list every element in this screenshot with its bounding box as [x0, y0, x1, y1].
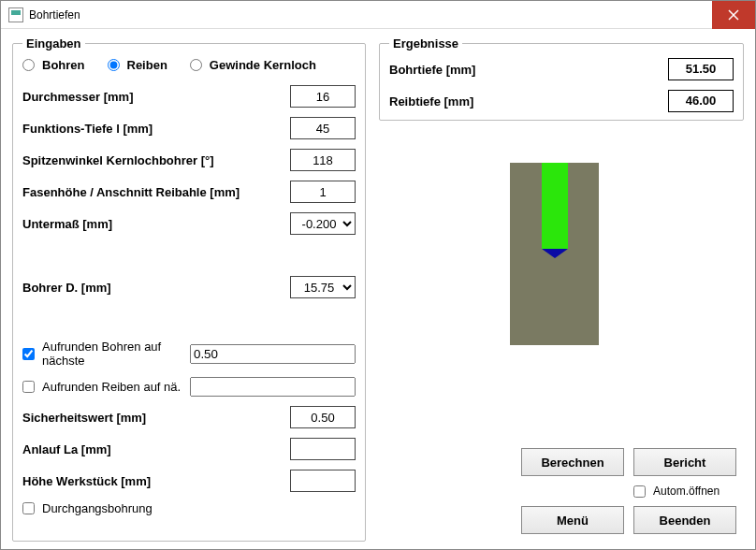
aufrunden-reiben-label[interactable]: Aufrunden Reiben auf nä. — [22, 380, 190, 394]
durchgang-checkbox[interactable] — [22, 502, 35, 514]
funktionstiefe-label: Funktions-Tiefe l [mm] — [22, 122, 290, 136]
reibtiefe-value: 46.00 — [668, 90, 734, 112]
fasenhoehe-label: Fasenhöhe / Anschnitt Reibahle [mm] — [22, 185, 290, 199]
untermass-select[interactable]: -0.200 — [290, 212, 356, 235]
anlauf-input[interactable] — [290, 438, 356, 460]
spitzenwinkel-label: Spitzenwinkel Kernlochbohrer [°] — [22, 153, 290, 167]
radio-gewinde[interactable] — [190, 59, 202, 71]
bohrtiefe-value: 51.50 — [668, 58, 734, 80]
menue-button[interactable]: Menü — [521, 506, 624, 534]
bohrtiefe-label: Bohrtiefe [mm] — [389, 63, 659, 77]
bohrer-d-label: Bohrer D. [mm] — [22, 281, 290, 295]
autom-oeffnen-checkbox[interactable] — [633, 485, 646, 498]
anlauf-label: Anlauf La [mm] — [22, 442, 290, 456]
beenden-button[interactable]: Beenden — [633, 506, 736, 534]
autom-oeffnen-label[interactable]: Autom.öffnen — [633, 482, 736, 500]
titlebar: Bohrtiefen — [1, 1, 755, 29]
durchmesser-label: Durchmesser [mm] — [22, 90, 290, 104]
radio-gewinde-text: Gewinde Kernloch — [210, 58, 316, 72]
left-column: Eingaben Bohren Reiben Gewinde Kernloch — [12, 36, 366, 542]
bericht-button[interactable]: Bericht — [633, 448, 736, 476]
bore-diagram — [510, 163, 599, 345]
close-button[interactable] — [712, 1, 755, 29]
aufrunden-bohren-checkbox[interactable] — [22, 348, 35, 360]
aufrunden-reiben-input[interactable] — [190, 377, 356, 397]
durchgang-label[interactable]: Durchgangsbohrung — [22, 501, 356, 515]
close-icon — [728, 9, 739, 21]
berechnen-button[interactable]: Berechnen — [521, 448, 624, 476]
reibtiefe-label: Reibtiefe [mm] — [389, 94, 659, 109]
funktionstiefe-input[interactable] — [290, 117, 356, 139]
bohrer-d-select[interactable]: 15.75 — [290, 276, 356, 298]
mode-radios: Bohren Reiben Gewinde Kernloch — [22, 58, 356, 72]
hoehe-input[interactable] — [290, 470, 356, 492]
app-window: Bohrtiefen Eingaben Bohren Reibe — [0, 0, 756, 550]
sicherheitswert-label: Sicherheitswert [mm] — [22, 411, 290, 425]
eingaben-legend: Eingaben — [22, 36, 85, 51]
aufrunden-bohren-label[interactable]: Aufrunden Bohren auf nächste — [22, 340, 190, 368]
aufrunden-reiben-text: Aufrunden Reiben auf nä. — [42, 380, 181, 394]
buttons-panel: Berechnen Bericht Autom.öffnen Menü Been… — [521, 448, 736, 534]
fasenhoehe-input[interactable] — [290, 181, 356, 203]
aufrunden-reiben-checkbox[interactable] — [22, 381, 35, 393]
autom-oeffnen-text: Autom.öffnen — [653, 485, 720, 498]
radio-reiben-text: Reiben — [127, 58, 167, 72]
radio-reiben-label[interactable]: Reiben — [108, 58, 167, 72]
aufrunden-bohren-text: Aufrunden Bohren auf nächste — [42, 340, 190, 368]
window-title: Bohrtiefen — [29, 8, 80, 22]
durchgang-text: Durchgangsbohrung — [42, 501, 153, 515]
untermass-label: Untermaß [mm] — [22, 217, 290, 231]
aufrunden-bohren-input[interactable] — [190, 344, 356, 364]
diagram-drill-tip — [542, 249, 568, 258]
radio-reiben[interactable] — [108, 59, 120, 71]
content-area: Eingaben Bohren Reiben Gewinde Kernloch — [1, 29, 755, 549]
radio-bohren-label[interactable]: Bohren — [22, 58, 85, 72]
radio-bohren[interactable] — [22, 59, 35, 71]
spitzenwinkel-input[interactable] — [290, 149, 356, 171]
sicherheitswert-input[interactable] — [290, 406, 356, 428]
hoehe-label: Höhe Werkstück [mm] — [22, 474, 290, 488]
diagram-drill-green — [542, 163, 568, 249]
radio-gewinde-label[interactable]: Gewinde Kernloch — [190, 58, 316, 72]
ergebnisse-legend: Ergebnisse — [389, 36, 462, 51]
app-icon — [8, 7, 23, 22]
eingaben-fieldset: Eingaben Bohren Reiben Gewinde Kernloch — [12, 36, 366, 542]
ergebnisse-fieldset: Ergebnisse Bohrtiefe [mm] 51.50 Reibtief… — [379, 36, 744, 121]
radio-bohren-text: Bohren — [42, 58, 85, 72]
durchmesser-input[interactable] — [290, 85, 356, 108]
right-column: Ergebnisse Bohrtiefe [mm] 51.50 Reibtief… — [379, 36, 744, 542]
